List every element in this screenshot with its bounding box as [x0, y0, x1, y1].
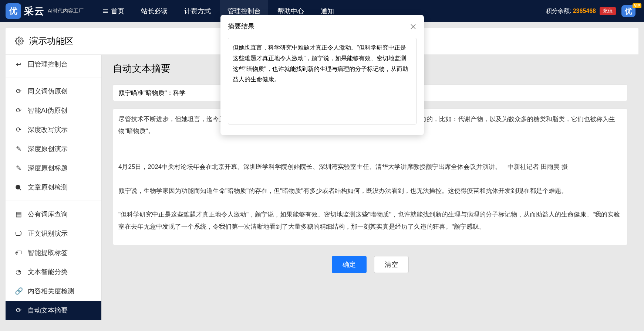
svg-point-0 — [18, 40, 20, 42]
refresh-icon: ⟳ — [15, 126, 22, 134]
sidebar-item-deep-original[interactable]: ✎深度原创演示 — [6, 139, 101, 158]
points-balance: 积分余额: 2365468 — [546, 7, 596, 15]
sidebar-label: 文本智能分类 — [28, 267, 68, 276]
gear-icon — [15, 37, 24, 45]
svg-line-2 — [19, 188, 21, 190]
page-title: 演示功能区 — [29, 35, 74, 47]
logo-text: 采云 — [24, 5, 45, 18]
modal-title: 摘要结果 — [228, 22, 254, 31]
sidebar-item-plagiarism[interactable]: 文章原创检测 — [6, 178, 101, 197]
pie-icon: ◔ — [15, 268, 22, 276]
sidebar-item-body-detect[interactable]: 🖵正文识别演示 — [6, 224, 101, 243]
sidebar-label: 深度原创标题 — [28, 164, 68, 173]
refresh-icon: ⟳ — [15, 306, 22, 314]
sidebar-back[interactable]: ↩ 回管理控制台 — [6, 55, 101, 74]
recharge-button[interactable]: 充值 — [600, 7, 616, 15]
sidebar-label: 深度改写演示 — [28, 125, 68, 134]
points-label: 积分余额: — [546, 8, 571, 14]
sidebar-item-synonym[interactable]: ⟳同义词伪原创 — [6, 82, 101, 101]
sidebar-label: 智能提取标签 — [28, 248, 68, 257]
summary-modal: 摘要结果 — [220, 15, 424, 135]
confirm-button[interactable]: 确定 — [332, 256, 367, 273]
edit-icon: ✎ — [15, 145, 22, 153]
nav-label: 通知 — [321, 7, 334, 16]
sidebar-label: 回管理控制台 — [28, 60, 68, 69]
sidebar-item-summary[interactable]: ⟳自动文本摘要 — [6, 301, 101, 320]
sidebar-label: 公有词库查询 — [28, 210, 68, 219]
sidebar-label: 正文识别演示 — [28, 229, 68, 238]
sidebar-label: 智能AI伪原创 — [28, 106, 67, 115]
summary-output[interactable] — [228, 38, 417, 124]
book-icon: ▤ — [15, 210, 22, 218]
points-value: 2365468 — [573, 8, 596, 14]
nav-home[interactable]: 首页 — [95, 0, 132, 22]
sidebar-item-classify[interactable]: ◔文本智能分类 — [6, 262, 101, 281]
tag-icon: 🏷 — [15, 249, 22, 257]
nav-mustread[interactable]: 站长必读 — [134, 0, 175, 22]
nav-label: 帮助中心 — [277, 7, 304, 16]
link-icon: 🔗 — [15, 287, 22, 295]
sidebar: ↩ 回管理控制台 ⟳同义词伪原创 ⟳智能AI伪原创 ⟳深度改写演示 ✎深度原创演… — [6, 55, 102, 320]
back-arrow-icon: ↩ — [15, 60, 22, 68]
close-icon — [410, 23, 417, 30]
logo-badge: 优 — [6, 3, 21, 19]
refresh-icon: ⟳ — [15, 106, 22, 115]
sidebar-label: 同义词伪原创 — [28, 87, 68, 96]
sidebar-item-ai-rewrite[interactable]: ⟳智能AI伪原创 — [6, 101, 101, 120]
sidebar-item-deep-title[interactable]: ✎深度原创标题 — [6, 158, 101, 178]
edit-icon: ✎ — [15, 164, 22, 172]
search-icon — [15, 184, 22, 191]
sidebar-label: 深度原创演示 — [28, 144, 68, 153]
monitor-icon: 🖵 — [15, 230, 22, 238]
nav-label: 首页 — [111, 7, 124, 16]
logo-subtitle: AI时代内容工厂 — [48, 8, 84, 14]
sidebar-item-dictionary[interactable]: ▤公有词库查询 — [6, 205, 101, 224]
refresh-icon: ⟳ — [15, 87, 22, 95]
sidebar-item-relevance[interactable]: 🔗内容相关度检测 — [6, 281, 101, 301]
sidebar-item-deep-rewrite[interactable]: ⟳深度改写演示 — [6, 120, 101, 139]
sidebar-label: 内容相关度检测 — [28, 287, 74, 296]
modal-close-button[interactable] — [410, 21, 417, 31]
vip-badge[interactable]: 优 VIP — [621, 6, 638, 16]
nav-billing[interactable]: 计费方式 — [177, 0, 218, 22]
sidebar-label: 文章原创检测 — [28, 183, 68, 192]
nav-label: 站长必读 — [141, 7, 168, 16]
sidebar-label: 自动文本摘要 — [28, 306, 68, 315]
list-icon — [102, 8, 109, 14]
nav-label: 计费方式 — [184, 7, 211, 16]
svg-point-1 — [16, 185, 20, 189]
nav-label: 管理控制台 — [227, 7, 261, 16]
logo[interactable]: 优 采云 AI时代内容工厂 — [6, 3, 84, 19]
vip-tag: VIP — [633, 3, 641, 8]
sidebar-item-tags[interactable]: 🏷智能提取标签 — [6, 243, 101, 262]
clear-button[interactable]: 清空 — [374, 256, 409, 273]
